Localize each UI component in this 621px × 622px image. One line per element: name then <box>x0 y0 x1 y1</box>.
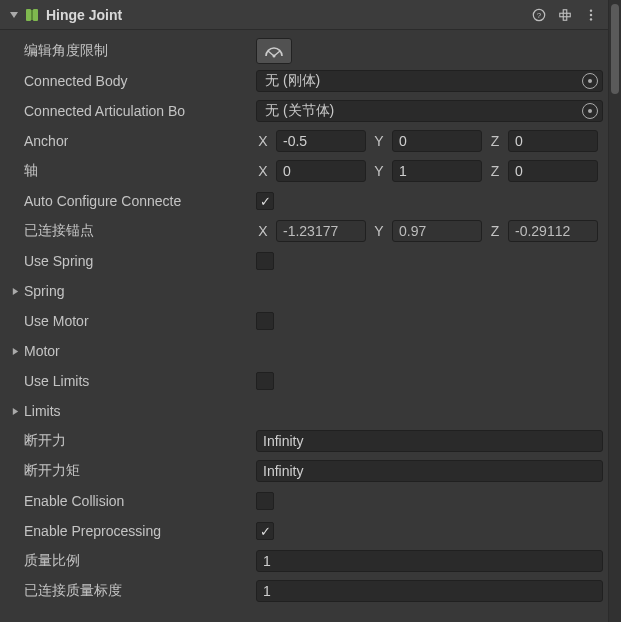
connected-anchor-label: 已连接锚点 <box>24 222 94 240</box>
x-label: X <box>256 133 270 149</box>
use-motor-checkbox[interactable] <box>256 312 274 330</box>
motor-foldout-icon[interactable] <box>6 347 24 356</box>
connected-body-value: 无 (刚体) <box>265 72 320 90</box>
svg-line-14 <box>274 51 280 56</box>
object-picker-icon[interactable] <box>582 73 598 89</box>
svg-rect-0 <box>26 9 31 21</box>
foldout-icon[interactable] <box>8 9 20 21</box>
object-picker-icon[interactable] <box>582 103 598 119</box>
auto-configure-label: Auto Configure Connecte <box>24 193 181 209</box>
connected-mass-scale-label: 已连接质量标度 <box>24 582 122 600</box>
anchor-z-input[interactable] <box>508 130 598 152</box>
enable-preprocessing-label: Enable Preprocessing <box>24 523 161 539</box>
y-label: Y <box>372 133 386 149</box>
z-label: Z <box>488 223 502 239</box>
limits-foldout-icon[interactable] <box>6 407 24 416</box>
use-spring-label: Use Spring <box>24 253 93 269</box>
connected-anchor-x-input[interactable] <box>276 220 366 242</box>
component-header[interactable]: Hinge Joint ? <box>0 0 609 30</box>
anchor-x-input[interactable] <box>276 130 366 152</box>
help-icon[interactable]: ? <box>529 5 549 25</box>
motor-header[interactable]: Motor <box>24 343 60 359</box>
break-force-input[interactable] <box>256 430 603 452</box>
enable-collision-label: Enable Collision <box>24 493 124 509</box>
axis-label-field: 轴 <box>24 162 38 180</box>
svg-text:?: ? <box>537 11 542 20</box>
menu-icon[interactable] <box>581 5 601 25</box>
break-torque-label: 断开力矩 <box>24 462 80 480</box>
connected-articulation-field[interactable]: 无 (关节体) <box>256 100 603 122</box>
svg-point-9 <box>590 9 592 11</box>
svg-point-10 <box>590 13 592 15</box>
connected-articulation-label: Connected Articulation Bo <box>24 103 185 119</box>
enable-collision-checkbox[interactable] <box>256 492 274 510</box>
hinge-joint-icon <box>24 7 40 23</box>
connected-anchor-z-input[interactable] <box>508 220 598 242</box>
y-label: Y <box>372 163 386 179</box>
spring-header[interactable]: Spring <box>24 283 64 299</box>
break-torque-input[interactable] <box>256 460 603 482</box>
connected-mass-scale-input[interactable] <box>256 580 603 602</box>
edit-angle-label: 编辑角度限制 <box>24 42 108 60</box>
connected-articulation-value: 无 (关节体) <box>265 102 334 120</box>
anchor-y-input[interactable] <box>392 130 482 152</box>
mass-scale-label: 质量比例 <box>24 552 80 570</box>
use-limits-checkbox[interactable] <box>256 372 274 390</box>
use-motor-label: Use Motor <box>24 313 89 329</box>
scrollbar-thumb[interactable] <box>611 4 619 94</box>
svg-rect-2 <box>31 10 33 20</box>
svg-line-13 <box>268 51 274 56</box>
use-limits-label: Use Limits <box>24 373 89 389</box>
use-spring-checkbox[interactable] <box>256 252 274 270</box>
preset-icon[interactable] <box>555 5 575 25</box>
connected-body-field[interactable]: 无 (刚体) <box>256 70 603 92</box>
connected-anchor-y-input[interactable] <box>392 220 482 242</box>
mass-scale-input[interactable] <box>256 550 603 572</box>
limits-header[interactable]: Limits <box>24 403 61 419</box>
x-label: X <box>256 163 270 179</box>
svg-rect-1 <box>33 9 38 21</box>
edit-angle-button[interactable] <box>256 38 292 64</box>
component-title: Hinge Joint <box>46 7 122 23</box>
axis-x-input[interactable] <box>276 160 366 182</box>
z-label: Z <box>488 133 502 149</box>
vertical-scrollbar[interactable] <box>609 0 621 622</box>
svg-rect-8 <box>563 16 567 20</box>
break-force-label: 断开力 <box>24 432 66 450</box>
z-label: Z <box>488 163 502 179</box>
anchor-label: Anchor <box>24 133 68 149</box>
axis-y-input[interactable] <box>392 160 482 182</box>
enable-preprocessing-checkbox[interactable]: ✓ <box>256 522 274 540</box>
x-label: X <box>256 223 270 239</box>
svg-point-11 <box>590 18 592 20</box>
axis-z-input[interactable] <box>508 160 598 182</box>
connected-body-label: Connected Body <box>24 73 128 89</box>
y-label: Y <box>372 223 386 239</box>
spring-foldout-icon[interactable] <box>6 287 24 296</box>
auto-configure-checkbox[interactable]: ✓ <box>256 192 274 210</box>
